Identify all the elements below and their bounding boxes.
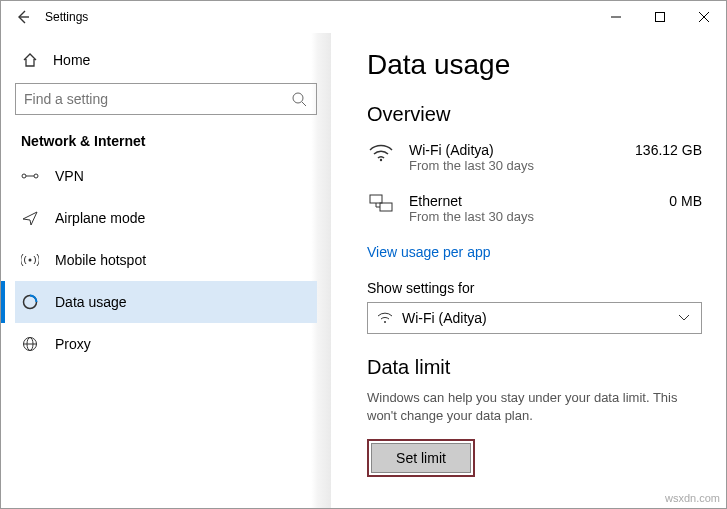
sidebar-item-proxy[interactable]: Proxy <box>15 323 317 365</box>
wifi-small-icon <box>376 309 394 327</box>
svg-line-6 <box>302 102 306 106</box>
svg-point-7 <box>22 174 26 178</box>
svg-rect-2 <box>656 13 665 22</box>
proxy-icon <box>21 335 39 353</box>
sidebar-section-header: Network & Internet <box>15 133 317 155</box>
view-usage-link[interactable]: View usage per app <box>367 238 702 280</box>
overview-row-wifi: Wi-Fi (Aditya) From the last 30 days 136… <box>367 136 702 187</box>
home-icon <box>21 51 39 69</box>
sidebar-home[interactable]: Home <box>15 43 317 83</box>
sidebar: Home Network & Internet VPN Airplane mod… <box>1 33 331 508</box>
svg-rect-17 <box>380 203 392 211</box>
sidebar-home-label: Home <box>53 52 90 68</box>
back-button[interactable] <box>5 1 41 33</box>
overview-header: Overview <box>367 103 702 126</box>
svg-rect-16 <box>370 195 382 203</box>
sidebar-item-airplane[interactable]: Airplane mode <box>15 197 317 239</box>
wifi-icon <box>367 142 395 162</box>
datalimit-header: Data limit <box>367 356 702 379</box>
overview-amount: 0 MB <box>669 193 702 209</box>
main-panel: Data usage Overview Wi-Fi (Aditya) From … <box>331 33 726 508</box>
chevron-down-icon <box>675 309 693 327</box>
overview-sub: From the last 30 days <box>409 158 534 173</box>
show-settings-label: Show settings for <box>367 280 702 296</box>
sidebar-item-hotspot[interactable]: Mobile hotspot <box>15 239 317 281</box>
svg-point-8 <box>34 174 38 178</box>
search-box[interactable] <box>15 83 317 115</box>
titlebar: Settings <box>1 1 726 33</box>
page-title: Data usage <box>367 49 702 81</box>
nav-label: Proxy <box>55 336 91 352</box>
maximize-button[interactable] <box>638 1 682 33</box>
close-button[interactable] <box>682 1 726 33</box>
arrow-left-icon <box>15 9 31 25</box>
airplane-icon <box>21 209 39 227</box>
nav-label: Airplane mode <box>55 210 145 226</box>
overview-row-ethernet: Ethernet From the last 30 days 0 MB <box>367 187 702 238</box>
minimize-icon <box>611 12 621 22</box>
nav-label: Data usage <box>55 294 127 310</box>
network-dropdown[interactable]: Wi-Fi (Aditya) <box>367 302 702 334</box>
nav-label: VPN <box>55 168 84 184</box>
window-controls <box>594 1 726 33</box>
nav-label: Mobile hotspot <box>55 252 146 268</box>
watermark: wsxdn.com <box>665 492 720 504</box>
search-input[interactable] <box>24 91 290 107</box>
close-icon <box>699 12 709 22</box>
overview-name: Ethernet <box>409 193 534 209</box>
vpn-icon <box>21 167 39 185</box>
svg-point-15 <box>380 159 382 161</box>
hotspot-icon <box>21 251 39 269</box>
svg-point-10 <box>29 259 32 262</box>
window-title: Settings <box>41 10 88 24</box>
sidebar-item-vpn[interactable]: VPN <box>15 155 317 197</box>
datausage-icon <box>21 293 39 311</box>
set-limit-highlight: Set limit <box>367 439 475 477</box>
svg-point-20 <box>384 321 386 323</box>
set-limit-button[interactable]: Set limit <box>371 443 471 473</box>
search-icon <box>290 90 308 108</box>
maximize-icon <box>655 12 665 22</box>
overview-sub: From the last 30 days <box>409 209 534 224</box>
datalimit-description: Windows can help you stay under your dat… <box>367 389 702 425</box>
ethernet-icon <box>367 193 395 213</box>
overview-amount: 136.12 GB <box>635 142 702 158</box>
overview-name: Wi-Fi (Aditya) <box>409 142 534 158</box>
dropdown-selected: Wi-Fi (Aditya) <box>402 310 667 326</box>
minimize-button[interactable] <box>594 1 638 33</box>
svg-point-5 <box>293 93 303 103</box>
sidebar-item-datausage[interactable]: Data usage <box>15 281 317 323</box>
